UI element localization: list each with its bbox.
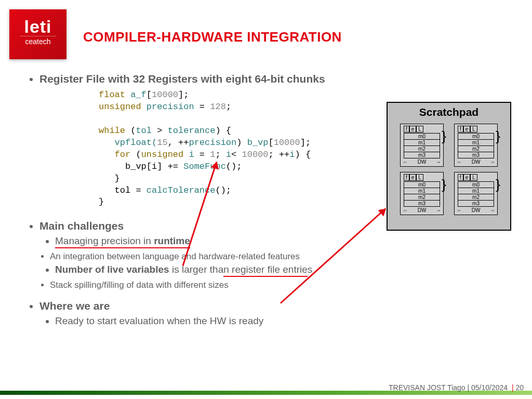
bullet-live-vars: Number of live variables is larger than … bbox=[55, 264, 516, 277]
brand-logo: leti ceatech bbox=[9, 9, 66, 59]
bullet-live-vars-sub: Stack spilling/filling of data with diff… bbox=[50, 280, 516, 290]
scratchpad-region: feL m0 m1 m2 m3 DW } bbox=[400, 172, 444, 215]
logo-main-text: leti bbox=[9, 9, 66, 37]
scratchpad-region: feL m0 m1 m2 m3 DW } bbox=[454, 172, 498, 215]
bullet-runtime-sub: An integration between language and hard… bbox=[50, 251, 516, 262]
scratchpad-region: feL m0 m1 m2 m3 DW } bbox=[454, 124, 498, 167]
scratchpad-region: feL m0 m1 m2 m3 DW } bbox=[400, 124, 444, 167]
bullet-register-file: Register File with 32 Registers with eig… bbox=[39, 73, 516, 85]
slide-title: COMPILER-HARDWARE INTEGRATION bbox=[83, 29, 342, 45]
footer-text: TREVISAN JOST Tiago | 05/10/2024 | 20 bbox=[389, 383, 524, 392]
bullet-runtime: Managing precision in runtime bbox=[55, 235, 516, 248]
scratchpad-title: Scratchpad bbox=[388, 106, 510, 118]
logo-sub-text: ceatech bbox=[20, 36, 56, 46]
bullet-where-we-are: Where we are bbox=[39, 300, 516, 312]
slide-footer: TREVISAN JOST Tiago | 05/10/2024 | 20 bbox=[0, 383, 532, 399]
scratchpad-diagram: Scratchpad feL m0 m1 m2 m3 DW } feL m0 m… bbox=[387, 102, 511, 231]
bullet-where-sub: Ready to start evaluation when the HW is… bbox=[55, 315, 516, 327]
